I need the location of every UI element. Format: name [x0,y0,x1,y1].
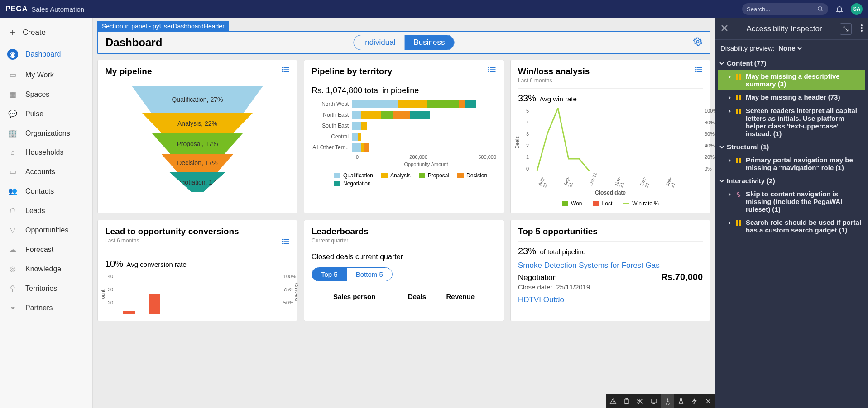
svg-point-10 [282,71,283,72]
card-title: My pipeline [105,66,152,76]
bell-icon[interactable] [835,5,844,13]
chevron-right-icon [728,193,731,196]
tray-screen[interactable] [647,394,661,408]
avatar[interactable]: SA [851,3,863,15]
inspector-category[interactable]: Content (77) [718,57,865,70]
chevron-down-icon [719,179,724,183]
svg-point-9 [282,69,283,70]
tray-close[interactable] [701,394,715,408]
sidebar-item-accounts[interactable]: ▭Accounts [0,162,92,181]
inspector-issue[interactable]: Primary portal navigation may be missing… [718,153,865,174]
sidebar-item-knowledge[interactable]: ◎Knowledge [0,259,92,279]
tray-accessibility[interactable] [661,394,674,408]
tray-flask[interactable] [674,394,688,408]
close-button[interactable] [720,24,729,33]
territory-legend: QualificationAnalysisProposalDecisionNeg… [312,172,496,187]
territory-label: North West [312,101,352,107]
tray-alert[interactable] [606,394,620,408]
inspector-menu[interactable] [861,24,863,33]
opp-stage: Negotiation [518,273,557,282]
expand-button[interactable] [840,23,852,35]
card-menu-button[interactable] [695,66,703,75]
funnel-slice: Qualification, 27% [132,86,263,113]
winrate-label: Avg win rate [540,95,577,103]
sidebar-item-spaces[interactable]: ▦Spaces [0,85,92,104]
chevron-right-icon [728,159,731,162]
legend-rate: Win rate % [632,200,659,207]
svg-rect-43 [739,220,741,226]
opportunity-link[interactable]: HDTVI Outdo [518,295,564,304]
nav-icon: ◎ [7,265,18,273]
nav-icon: 💬 [7,109,18,118]
card-menu-button[interactable] [282,238,290,247]
svg-point-45 [613,403,613,403]
inspector-issue[interactable]: May be missing a header (73) [718,90,865,104]
toggle-business[interactable]: Business [404,35,454,50]
bar-segment [398,100,427,108]
territory-summary: Rs. 1,074,800 total in pipeline [312,86,496,95]
card-my-pipeline: My pipeline Qualification, 27%Analysis, … [97,60,297,213]
col-blank [312,288,330,305]
card-title: Pipeline by territory [312,66,392,76]
preview-label: Disability preview: [720,44,775,52]
sidebar-item-contacts[interactable]: 👥Contacts [0,181,92,201]
search-icon [817,6,824,12]
toggle-bottom5[interactable]: Bottom 5 [347,268,392,281]
card-title: Lead to opportunity conversions [105,227,239,237]
pause-icon [735,108,742,115]
search-input[interactable] [747,6,810,13]
sidebar-item-organizations[interactable]: 🏢Organizations [0,123,92,143]
toggle-individual[interactable]: Individual [354,35,405,50]
nav-label: Knowledge [25,265,61,273]
inspector-category[interactable]: Structural (1) [718,140,865,153]
create-button[interactable]: Create [0,22,92,43]
sidebar-item-pulse[interactable]: 💬Pulse [0,104,92,123]
sidebar-item-partners[interactable]: ⚭Partners [0,298,92,318]
inspector-category[interactable]: Interactivity (2) [718,174,865,187]
tick: 500,000 [478,154,496,160]
tray-bolt[interactable] [688,394,701,408]
inspector-issue[interactable]: Screen readers interpret all capital let… [718,104,865,140]
settings-button[interactable] [693,37,702,48]
tray-clipboard[interactable] [620,394,633,408]
topbar: PEGA Sales Automation SA [0,0,868,18]
sidebar-item-dashboard[interactable]: ◉Dashboard [0,43,92,65]
preview-dropdown[interactable]: None [778,44,802,52]
bolt-icon [691,398,698,405]
card-menu-button[interactable] [488,66,496,75]
brand-pega: PEGA [5,5,28,13]
conv-bar [149,294,160,315]
scissors-icon [637,398,644,405]
territory-axis-label: Opportunity Amount [312,161,496,167]
x-axis-label: Closed date [518,190,703,196]
inspector-issue[interactable]: Search role should be used if portal has… [718,216,865,237]
sidebar-item-households[interactable]: ⌂Households [0,143,92,162]
funnel-slice: Negotiation, 17% [169,172,226,192]
svg-rect-42 [736,220,738,226]
sidebar-item-opportunities[interactable]: ▽Opportunities [0,220,92,240]
card-conversion: Lead to opportunity conversions Last 6 m… [97,220,297,321]
toggle-top5[interactable]: Top 5 [312,268,347,281]
sidebar-item-my-work[interactable]: ▭My Work [0,65,92,85]
search-box[interactable] [742,3,828,15]
card-menu-button[interactable] [282,66,290,75]
svg-point-28 [282,243,283,244]
sidebar-item-leads[interactable]: ☖Leads [0,201,92,220]
svg-rect-39 [739,109,741,114]
nav-icon: ☁ [7,245,18,254]
opportunity-link[interactable]: Smoke Detection Systems for Forest Gas [518,261,660,270]
inspector-issue[interactable]: May be missing a descriptive summary (3) [718,70,865,90]
screen-icon [650,398,657,405]
conv-bar [123,311,135,314]
sidebar-item-forecast[interactable]: ☁Forecast [0,240,92,259]
svg-point-14 [489,67,489,68]
territory-row: South East [312,122,496,130]
inspector-issue[interactable]: Skip to content navigation is missing (i… [718,187,865,216]
tray-scissors[interactable] [633,394,647,408]
territory-row: Central [312,133,496,141]
list-icon [282,66,290,73]
nav-label: Dashboard [25,50,61,58]
x-ticks: Aug-21Sep-21Oct-21Nov-21Dec-21Jan-21 [532,175,685,185]
nav-label: Spaces [25,90,49,99]
sidebar-item-territories[interactable]: ⚲Territories [0,279,92,298]
